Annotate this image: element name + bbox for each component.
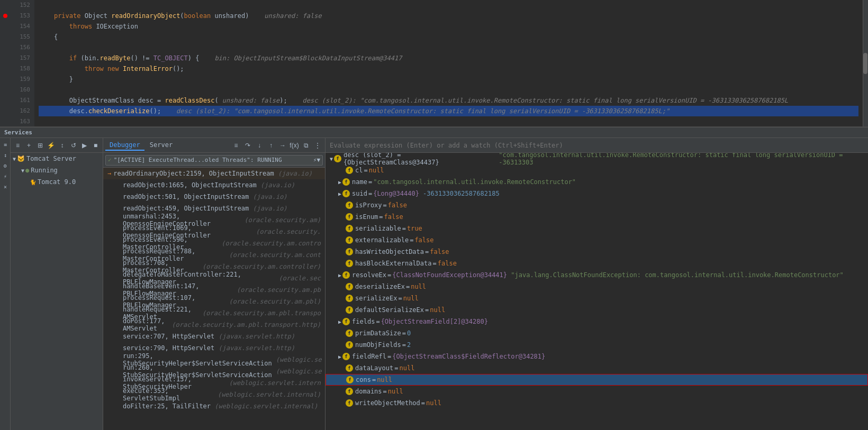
- tomcat-label: Tomcat 9.0: [38, 178, 76, 186]
- tomcat-server-icon: 🐱: [17, 155, 25, 162]
- toolbar-stop-btn[interactable]: ■: [91, 140, 101, 151]
- var-item-serializeEx[interactable]: f serializeEx = null: [326, 292, 868, 304]
- var-expand-suid[interactable]: ▶: [338, 191, 341, 197]
- var-expand-name[interactable]: ▶: [338, 179, 341, 185]
- frame-file-10: (oracle.security.am.pb: [237, 286, 321, 294]
- services-body: ≡ ↕ ⚙ ⚡ × ≡ + ⊞ ⚡ ↕ ↺ ▶ ■: [0, 138, 868, 430]
- eval-input[interactable]: [330, 142, 864, 149]
- field-icon-fieldRefl: f: [342, 353, 350, 360]
- toolbar-sort-btn[interactable]: ↕: [57, 140, 67, 151]
- toolbar-collapse-btn[interactable]: ≡: [13, 140, 23, 151]
- field-icon-domains: f: [346, 388, 353, 395]
- toolbar-step-over-btn[interactable]: ↷: [242, 140, 253, 151]
- var-expand-desc[interactable]: ▼: [330, 156, 333, 162]
- stack-frame-14[interactable]: service:707, HttpServlet (javax.servlet.…: [103, 331, 325, 342]
- toolbar-run-cursor-btn[interactable]: →: [277, 140, 288, 151]
- stack-frame-20[interactable]: doFilter:25, TailFilter (weblogic.servle…: [103, 400, 325, 412]
- var-item-fieldRefl[interactable]: ▶ f fieldRefl = {ObjectStreamClass$Field…: [326, 351, 868, 362]
- code-line: [39, 0, 858, 11]
- toolbar-refresh-btn[interactable]: ↺: [68, 140, 78, 151]
- var-item-name[interactable]: ▶ f name = "com.tangosol.internal.util.i…: [326, 176, 868, 188]
- var-item-domains[interactable]: f domains = null: [326, 386, 868, 397]
- field-icon-deserializeEx: f: [346, 283, 353, 290]
- toolbar-copy-btn[interactable]: ⧉: [301, 140, 311, 151]
- var-item-dataLayout[interactable]: f dataLayout = null: [326, 362, 868, 374]
- var-item-deserializeEx[interactable]: f deserializeEx = null: [326, 281, 868, 292]
- field-icon-resolveEx: f: [342, 271, 350, 279]
- stack-frame-2[interactable]: readObject:501, ObjectInputStream (java.…: [103, 191, 325, 203]
- sidebar-toolbar: ≡ + ⊞ ⚡ ↕ ↺ ▶ ■: [11, 138, 103, 153]
- var-expand-fieldRefl[interactable]: ▶: [338, 354, 341, 360]
- frame-file-6: (oracle.security.am.contro: [221, 240, 321, 247]
- tree-item-tomcat-server[interactable]: ▼ 🐱 Tomcat Server: [11, 153, 103, 164]
- toolbar-eval-btn[interactable]: f(x): [289, 140, 300, 151]
- frame-method-1: readObject0:1665, ObjectInputStream: [123, 181, 257, 189]
- current-frame-arrow: →: [107, 170, 111, 177]
- collapse-all-icon[interactable]: ≡: [1, 140, 10, 149]
- var-item-hasWriteObjectData[interactable]: f hasWriteObjectData = false: [326, 246, 868, 258]
- frame-method-14: service:707, HttpServlet: [123, 333, 214, 340]
- expand-all-icon[interactable]: ↕: [1, 151, 10, 159]
- running-label: Running: [31, 167, 58, 174]
- var-item-externalizable[interactable]: f externalizable = false: [326, 234, 868, 246]
- toolbar-expand-btn[interactable]: +: [24, 140, 34, 151]
- toolbar-more-btn[interactable]: ⋮: [312, 140, 323, 151]
- field-icon-cons: f: [346, 376, 354, 383]
- var-item-writeObjectMethod[interactable]: f writeObjectMethod = null: [326, 397, 868, 409]
- debugger-thread-toolbar: ✓ "[ACTIVE] ExecuteThread...oled Threads…: [103, 153, 325, 168]
- var-item-hasBlockExternalData[interactable]: f hasBlockExternalData = false: [326, 258, 868, 269]
- frame-file-7: (oracle.security.am.cont: [229, 251, 321, 259]
- stack-frame-19[interactable]: execute:353, ServletStubImpl (weblogic.s…: [103, 389, 325, 400]
- var-item-isEnum[interactable]: f isEnum = false: [326, 211, 868, 223]
- stack-frame-0[interactable]: → readOrdinaryObject:2159, ObjectInputSt…: [103, 168, 325, 179]
- var-item-primDataSize[interactable]: f primDataSize = 0: [326, 327, 868, 339]
- field-icon-name: f: [342, 178, 350, 186]
- toolbar-filter-btn[interactable]: ⚡: [46, 140, 56, 151]
- stack-trace-list[interactable]: → readOrdinaryObject:2159, ObjectInputSt…: [103, 168, 325, 430]
- variables-list[interactable]: ▼ f desc (slot_2) = {ObjectStreamClass@3…: [326, 153, 868, 430]
- toolbar-step-into-btn[interactable]: ↓: [254, 140, 265, 151]
- code-editor: 152 153 154 155 156 157 158 159 160 161 …: [0, 0, 868, 127]
- toolbar-run-btn[interactable]: ▶: [79, 140, 89, 151]
- code-line: [39, 116, 858, 126]
- frame-file-15: (javax.servlet.http): [219, 344, 295, 352]
- var-item-cl[interactable]: f cl = null: [326, 164, 868, 176]
- var-item-numObjFields[interactable]: f numObjFields = 2: [326, 339, 868, 351]
- var-item-defaultSerializeEx[interactable]: f defaultSerializeEx = null: [326, 304, 868, 316]
- var-item-suid[interactable]: ▶ f suid = {Long@34440} -363133036258768…: [326, 188, 868, 199]
- var-item-fields[interactable]: ▶ f fields = {ObjectStreamField[2]@34280…: [326, 316, 868, 327]
- thread-selector[interactable]: ✓ "[ACTIVE] ExecuteThread...oled Threads…: [105, 155, 323, 166]
- debugger-panel: Debugger Server ≡ ↷ ↓ ↑ → f(x) ⧉ ⋮: [103, 138, 326, 430]
- stack-frame-13[interactable]: doPost:177, AMServlet (oracle.security.a…: [103, 319, 325, 331]
- toolbar-group-btn[interactable]: ⊞: [35, 140, 45, 151]
- frame-file-9: (oracle.sec: [279, 275, 321, 282]
- frame-file-14: (javax.servlet.http): [219, 333, 295, 340]
- var-item-serializable[interactable]: f serializable = true: [326, 223, 868, 234]
- var-item-desc[interactable]: ▼ f desc (slot_2) = {ObjectStreamClass@3…: [326, 153, 868, 164]
- tree-item-running[interactable]: ▼ ● Running: [11, 164, 103, 176]
- toolbar-settings-btn[interactable]: ≡: [231, 140, 241, 151]
- tree-item-tomcat[interactable]: 🐈 Tomcat 9.0: [11, 176, 103, 188]
- hide-icon[interactable]: ×: [1, 182, 10, 191]
- settings-icon[interactable]: ⚙: [1, 161, 10, 170]
- var-expand-fields[interactable]: ▶: [338, 319, 341, 325]
- services-sidebar: ≡ + ⊞ ⚡ ↕ ↺ ▶ ■ ▼ 🐱 Tomcat Server ▼: [11, 138, 103, 430]
- stack-frame-1[interactable]: readObject0:1665, ObjectInputStream (jav…: [103, 179, 325, 191]
- var-item-cons[interactable]: f cons = null: [326, 374, 868, 386]
- thread-dropdown-icon[interactable]: ▼: [317, 157, 320, 163]
- filter-icon[interactable]: ⚡: [1, 172, 10, 180]
- code-line: throw new InternalError();: [39, 63, 858, 74]
- field-icon-dataLayout: f: [346, 364, 353, 372]
- services-panel: Services ≡ ↕ ⚙ ⚡ × ≡ + ⊞ ⚡ ↕ ↺: [0, 127, 868, 430]
- field-icon-isProxy: f: [346, 202, 353, 209]
- tab-server[interactable]: Server: [146, 140, 177, 151]
- frame-file-20: (weblogic.servlet.internal): [214, 402, 318, 410]
- tab-debugger[interactable]: Debugger: [105, 140, 144, 151]
- frame-method-19: execute:353, ServletStubImpl: [123, 387, 214, 402]
- frame-method-15: service:790, HttpServlet: [123, 344, 214, 352]
- var-item-isProxy[interactable]: f isProxy = false: [326, 199, 868, 211]
- var-item-resolveEx[interactable]: ▶ f resolveEx = {ClassNotFoundException@…: [326, 269, 868, 281]
- toolbar-step-out-btn[interactable]: ↑: [266, 140, 276, 151]
- debugger-tabs: Debugger Server ≡ ↷ ↓ ↑ → f(x) ⧉ ⋮: [103, 138, 325, 153]
- var-expand-resolveEx[interactable]: ▶: [338, 272, 341, 278]
